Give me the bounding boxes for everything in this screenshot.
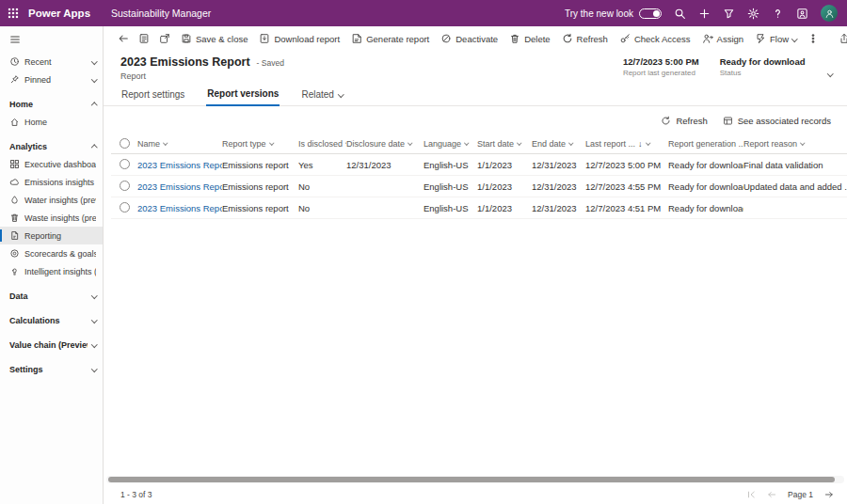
sidebar-group-calculations[interactable]: Calculations (0, 311, 103, 329)
app-name[interactable]: Power Apps (28, 8, 90, 19)
sidebar-item-scorecards-goals[interactable]: Scorecards & goals (0, 244, 103, 262)
save-and-close-button[interactable]: Save & close (175, 30, 253, 47)
environment-name[interactable]: Sustainability Manager (111, 8, 211, 19)
column-header-report-reason[interactable]: Report reason (743, 139, 847, 149)
chevron-down-icon (91, 366, 97, 371)
cell-language: English-US (424, 203, 477, 213)
first-page-button[interactable] (746, 490, 756, 499)
sidebar-group-analytics[interactable]: Analytics (0, 137, 103, 155)
header-field-last-generated: 12/7/2023 5:00 PM Report last generated (623, 56, 699, 77)
sidebar-item-recent[interactable]: Recent (0, 53, 103, 71)
flow-button[interactable]: Flow (749, 30, 803, 47)
download-report-button[interactable]: Download report (253, 30, 345, 47)
chevron-down-icon (91, 58, 97, 64)
popout-icon[interactable] (154, 30, 175, 47)
share-button[interactable]: Share (833, 30, 847, 47)
lightbulb-icon (9, 266, 20, 276)
column-header-language[interactable]: Language (424, 139, 477, 149)
user-avatar[interactable] (821, 5, 838, 22)
column-header-name[interactable]: Name (137, 139, 222, 149)
row-select-radio[interactable] (120, 181, 130, 191)
sidebar-group-home[interactable]: Home (0, 95, 103, 113)
assign-button[interactable]: Assign (696, 30, 750, 47)
row-select-radio[interactable] (120, 159, 130, 169)
cell-report-generation: Ready for download (668, 160, 743, 170)
page-title: 2023 Emissions Report (120, 55, 250, 69)
sidebar-item-emissions-insights[interactable]: Emissions insights (0, 173, 103, 191)
cell-report-type: Emissions report (222, 181, 298, 192)
cell-report-type: Emissions report (222, 160, 298, 170)
scrollbar-thumb[interactable] (108, 477, 835, 482)
waffle-menu-icon[interactable] (8, 8, 19, 19)
cell-language: English-US (424, 160, 477, 170)
cell-name-link[interactable]: 2023 Emissions Report (137, 160, 222, 170)
people-icon[interactable] (796, 8, 808, 20)
record-header: 2023 Emissions Report - Saved Report 12/… (104, 49, 847, 84)
sidebar-item-reporting[interactable]: Reporting (0, 227, 103, 244)
cell-name-link[interactable]: 2023 Emissions Report (137, 203, 222, 213)
sidebar-item-waste-insights[interactable]: Waste insights (previ... (0, 209, 103, 227)
sidebar-item-intelligent-insights[interactable]: Intelligent insights (p... (0, 262, 103, 280)
chevron-up-icon (91, 145, 97, 150)
generate-report-button[interactable]: Generate report (345, 30, 435, 47)
cell-last-report: 12/7/2023 4:55 PM (585, 181, 668, 192)
search-icon[interactable] (674, 8, 686, 20)
table-row[interactable]: 2023 Emissions Report Emissions report N… (111, 197, 847, 219)
check-access-button[interactable]: Check Access (614, 30, 696, 47)
cell-report-reason: Final data validation (743, 160, 847, 170)
sidebar-group-settings[interactable]: Settings (0, 360, 103, 378)
row-select-radio[interactable] (120, 202, 130, 213)
column-header-end-date[interactable]: End date (532, 139, 585, 149)
help-icon[interactable] (772, 8, 784, 20)
grid-refresh-button[interactable]: Refresh (654, 113, 713, 129)
table-row[interactable]: 2023 Emissions Report Emissions report N… (111, 176, 847, 197)
sidebar-group-value-chain[interactable]: Value chain (Preview) (0, 336, 103, 354)
more-commands-icon[interactable] (803, 30, 823, 47)
dashboard-icon (9, 159, 20, 169)
column-header-report-generation[interactable]: Report generation ... (668, 139, 743, 149)
sidebar-group-data[interactable]: Data (0, 287, 103, 305)
horizontal-scrollbar[interactable] (106, 476, 844, 483)
save-state: - Saved (257, 58, 284, 68)
refresh-button[interactable]: Refresh (556, 30, 614, 47)
cell-name-link[interactable]: 2023 Emissions Report (137, 181, 222, 192)
settings-gear-icon[interactable] (747, 8, 759, 20)
cell-end-date: 12/31/2023 (532, 160, 585, 170)
column-header-report-type[interactable]: Report type (222, 139, 298, 149)
column-header-is-disclosed[interactable]: Is disclosed (298, 139, 346, 149)
filter-icon[interactable] (723, 8, 735, 20)
tab-related[interactable]: Related (300, 89, 344, 105)
new-look-toggle[interactable] (639, 8, 662, 19)
water-droplet-icon (9, 195, 20, 205)
delete-button[interactable]: Delete (503, 30, 555, 47)
site-map-sidebar: Recent Pinned Home Home Analytics (0, 26, 104, 504)
subgrid-toolbar: Refresh See associated records (104, 106, 847, 134)
add-icon[interactable] (698, 8, 711, 20)
record-list-icon[interactable] (134, 30, 154, 47)
column-header-start-date[interactable]: Start date (477, 139, 532, 149)
cell-last-report: 12/7/2023 5:00 PM (585, 160, 668, 170)
sidebar-item-water-insights[interactable]: Water insights (previ... (0, 191, 103, 209)
try-new-look-label: Try the new look (565, 8, 633, 19)
back-button[interactable] (113, 30, 134, 47)
sidebar-item-executive-dashboard[interactable]: Executive dashboard (0, 155, 103, 173)
target-icon (9, 248, 20, 259)
column-header-last-report[interactable]: Last report ...↓ (585, 139, 668, 149)
next-page-button[interactable] (824, 490, 834, 499)
previous-page-button[interactable] (767, 490, 776, 499)
sidebar-item-pinned[interactable]: Pinned (0, 71, 103, 88)
report-document-icon (9, 230, 20, 241)
select-all-radio[interactable] (120, 138, 130, 149)
table-row[interactable]: 2023 Emissions Report Emissions report Y… (111, 154, 847, 176)
sidebar-item-home[interactable]: Home (0, 113, 103, 131)
cell-disclosure-date: 12/31/2023 (346, 160, 424, 170)
header-collapse-chevron[interactable] (826, 60, 835, 81)
see-associated-records-button[interactable]: See associated records (716, 113, 838, 129)
table-header-row: Name Report type Is disclosed Disclosure… (111, 134, 847, 154)
tab-report-versions[interactable]: Report versions (206, 88, 280, 106)
sitemap-toggle-button[interactable] (0, 29, 103, 53)
column-header-disclosure-date[interactable]: Disclosure date (346, 139, 424, 149)
tab-report-settings[interactable]: Report settings (120, 89, 185, 105)
cell-is-disclosed: No (298, 181, 346, 192)
deactivate-button[interactable]: Deactivate (435, 30, 503, 47)
